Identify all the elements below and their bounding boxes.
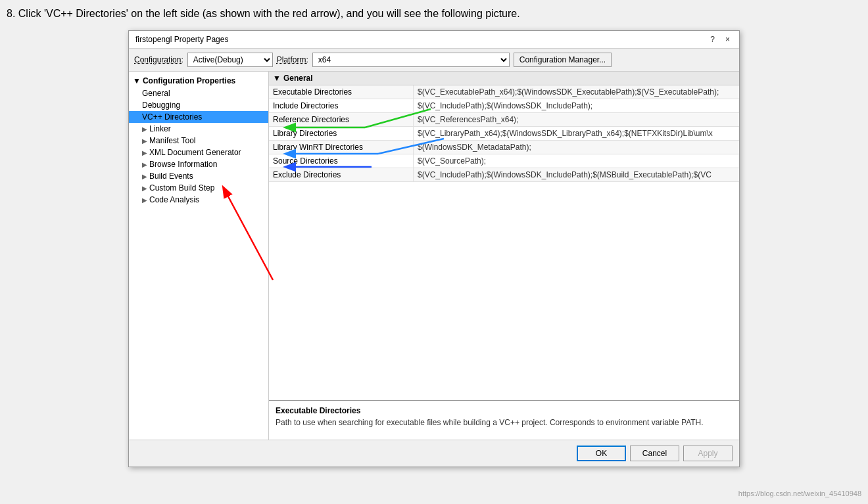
dialog-title: firstopengl Property Pages: [135, 35, 228, 44]
table-row[interactable]: Library WinRT Directories $(WindowsSDK_M…: [269, 141, 739, 154]
prop-value-0: $(VC_ExecutablePath_x64);$(WindowsSDK_Ex…: [414, 85, 739, 99]
browse-label: Browse Information: [149, 160, 217, 169]
linker-label: Linker: [149, 124, 171, 133]
sidebar-item-config-props[interactable]: ▼ Configuration Properties: [129, 74, 268, 87]
sidebar-item-browse-info[interactable]: ▶ Browse Information: [129, 158, 268, 170]
description-title: Executable Directories: [276, 406, 733, 415]
code-analysis-arrow: ▶: [142, 196, 147, 204]
xml-doc-arrow: ▶: [142, 149, 147, 156]
property-pages-dialog: firstopengl Property Pages ? × Configura…: [128, 30, 740, 467]
configuration-label: Configuration:: [134, 55, 183, 64]
table-row[interactable]: Executable Directories $(VC_ExecutablePa…: [269, 85, 739, 99]
code-analysis-label: Code Analysis: [149, 195, 199, 204]
prop-value-4: $(WindowsSDK_MetadataPath);: [414, 141, 739, 154]
manifest-label: Manifest Tool: [149, 136, 195, 145]
table-row[interactable]: Exclude Directories $(VC_IncludePath);$(…: [269, 168, 739, 182]
prop-name-0: Executable Directories: [269, 85, 414, 99]
prop-value-2: $(VC_ReferencesPath_x64);: [414, 113, 739, 126]
table-row[interactable]: Reference Directories $(VC_ReferencesPat…: [269, 113, 739, 127]
expand-icon: ▼: [273, 74, 281, 83]
config-manager-button[interactable]: Configuration Manager...: [514, 53, 612, 67]
sidebar-item-general[interactable]: General: [129, 87, 268, 99]
footer-row: OK Cancel Apply: [129, 440, 739, 467]
table-row[interactable]: Library Directories $(VC_LibraryPath_x64…: [269, 127, 739, 141]
section-label: General: [283, 74, 313, 83]
prop-value-1: $(VC_IncludePath);$(WindowsSDK_IncludePa…: [414, 99, 739, 112]
vcpp-dirs-label: VC++ Directories: [142, 112, 202, 122]
sidebar-item-xml-doc[interactable]: ▶ XML Document Generator: [129, 147, 268, 158]
table-row[interactable]: Source Directories $(VC_SourcePath);: [269, 154, 739, 168]
page-title: 8. Click 'VC++ Directories' on the left …: [7, 7, 861, 21]
platform-label: Platform:: [277, 55, 308, 64]
config-props-label: Configuration Properties: [143, 76, 235, 85]
platform-select[interactable]: x64: [312, 53, 510, 67]
sidebar-item-custom-build[interactable]: ▶ Custom Build Step: [129, 182, 268, 194]
prop-name-2: Reference Directories: [269, 113, 414, 126]
sidebar-item-build-events[interactable]: ▶ Build Events: [129, 170, 268, 182]
sidebar-tree: ▼ Configuration Properties General Debug…: [129, 72, 269, 440]
help-button[interactable]: ?: [708, 35, 717, 44]
toolbar: Configuration: Active(Debug) Platform: x…: [129, 49, 739, 72]
config-props-arrow: ▼: [133, 76, 141, 85]
sidebar-item-manifest-tool[interactable]: ▶ Manifest Tool: [129, 135, 268, 147]
prop-value-5: $(VC_SourcePath);: [414, 154, 739, 168]
build-events-label: Build Events: [149, 172, 193, 181]
prop-value-3: $(VC_LibraryPath_x64);$(WindowsSDK_Libra…: [414, 127, 739, 140]
custom-build-label: Custom Build Step: [149, 183, 214, 193]
debugging-label: Debugging: [142, 101, 180, 110]
browse-arrow: ▶: [142, 161, 147, 168]
build-events-arrow: ▶: [142, 173, 147, 180]
prop-name-5: Source Directories: [269, 154, 414, 168]
close-button[interactable]: ×: [723, 35, 733, 44]
prop-value-6: $(VC_IncludePath);$(WindowsSDK_IncludePa…: [414, 168, 739, 181]
cancel-button[interactable]: Cancel: [630, 446, 679, 461]
prop-name-6: Exclude Directories: [269, 168, 414, 181]
properties-table: ▼ General Executable Directories $(VC_Ex…: [269, 72, 739, 400]
description-text: Path to use when searching for executabl…: [276, 418, 733, 427]
properties-panel: ▼ General Executable Directories $(VC_Ex…: [269, 72, 739, 440]
properties-section-header: ▼ General: [269, 72, 739, 85]
prop-name-1: Include Directories: [269, 99, 414, 112]
ok-button[interactable]: OK: [577, 446, 626, 461]
configuration-select[interactable]: Active(Debug): [187, 53, 273, 67]
table-row[interactable]: Include Directories $(VC_IncludePath);$(…: [269, 99, 739, 113]
sidebar-item-linker[interactable]: ▶ Linker: [129, 123, 268, 135]
main-content: ▼ Configuration Properties General Debug…: [129, 72, 739, 440]
sidebar-item-code-analysis[interactable]: ▶ Code Analysis: [129, 194, 268, 206]
prop-name-3: Library Directories: [269, 127, 414, 140]
sidebar-item-vcpp-directories[interactable]: VC++ Directories: [129, 111, 268, 123]
watermark: https://blog.csdn.net/weixin_45410948: [738, 490, 861, 497]
title-bar: firstopengl Property Pages ? ×: [129, 31, 739, 49]
prop-name-4: Library WinRT Directories: [269, 141, 414, 154]
sidebar-item-debugging[interactable]: Debugging: [129, 99, 268, 111]
general-label: General: [142, 89, 170, 98]
custom-build-arrow: ▶: [142, 185, 147, 192]
description-panel: Executable Directories Path to use when …: [269, 400, 739, 440]
xml-doc-label: XML Document Generator: [149, 148, 241, 157]
linker-arrow: ▶: [142, 126, 147, 133]
manifest-arrow: ▶: [142, 137, 147, 145]
apply-button[interactable]: Apply: [683, 446, 733, 461]
